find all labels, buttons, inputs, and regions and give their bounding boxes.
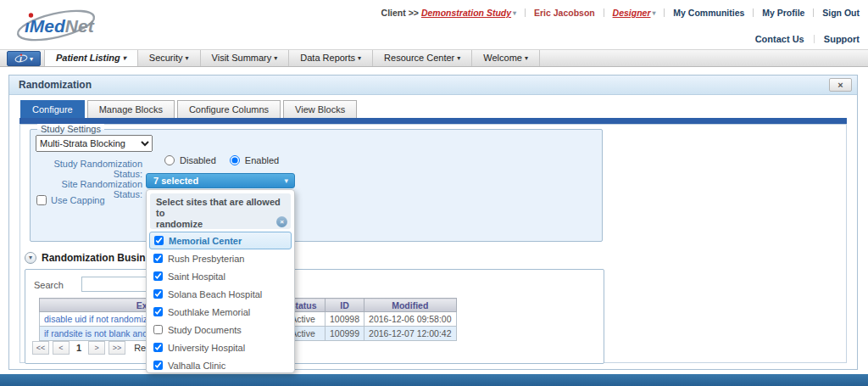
- nav-item-patient-listing[interactable]: Patient Listing▾: [44, 50, 138, 66]
- nav-item-resource-center[interactable]: Resource Center▾: [373, 50, 472, 66]
- logo-red-dot: [29, 13, 33, 17]
- list-item-saint-hospital[interactable]: Saint Hospital: [147, 267, 294, 285]
- tab-manage-blocks[interactable]: Manage Blocks: [87, 100, 175, 118]
- my-communities-link[interactable]: My Communities: [673, 8, 744, 18]
- search-label: Search: [34, 280, 64, 290]
- nav-item-visit-summary[interactable]: Visit Summary▾: [201, 50, 290, 66]
- support-link[interactable]: Support: [824, 34, 860, 44]
- site-dropdown-panel: Select sites that are allowed to randomi…: [146, 189, 295, 373]
- use-capping-row: Use Capping: [36, 195, 105, 205]
- last-page-button[interactable]: >>: [108, 341, 125, 355]
- user-name: Eric Jacobson: [534, 8, 595, 18]
- dropdown-header: Select sites that are allowed to randomi…: [150, 193, 291, 229]
- tab-underline-bar: [19, 118, 847, 124]
- disabled-radio-label: Disabled: [180, 155, 216, 165]
- site-checkbox[interactable]: [153, 361, 163, 370]
- configure-tab-content: Study Settings Multi-Strata Blocking Stu…: [19, 124, 847, 363]
- close-panel-button[interactable]: ×: [829, 78, 852, 92]
- study-randomization-status-label: Study Randomization Status:: [31, 159, 142, 179]
- chevron-down-icon: ▾: [358, 54, 361, 62]
- my-profile-link[interactable]: My Profile: [762, 8, 804, 18]
- tab-view-blocks[interactable]: View Blocks: [283, 100, 357, 118]
- study-randomization-radio-group: Disabled Enabled: [154, 155, 279, 165]
- top-utility-bar: Client >> Demonstration Study▾ Eric Jaco…: [381, 8, 860, 18]
- col-id[interactable]: ID: [326, 299, 364, 312]
- panel-header: Randomization ×: [9, 76, 857, 95]
- close-icon: ×: [837, 80, 843, 90]
- enabled-radio[interactable]: [230, 155, 240, 165]
- site-checkbox[interactable]: [153, 325, 163, 334]
- nav-item-welcome[interactable]: Welcome▾: [472, 50, 540, 66]
- dropdown-value: 7 selected: [153, 174, 198, 188]
- main-nav-bar: ı ▾ Patient Listing▾ Security▾ Visit Sum…: [0, 49, 868, 67]
- dropdown-close-icon[interactable]: ×: [276, 216, 287, 227]
- disabled-radio[interactable]: [164, 155, 175, 165]
- nav-item-security[interactable]: Security▾: [138, 50, 201, 66]
- next-page-button[interactable]: >: [88, 341, 105, 355]
- cell-id: 100999: [326, 327, 364, 341]
- list-item-solana-beach-hospital[interactable]: Solana Beach Hospital: [147, 285, 294, 303]
- prev-page-button[interactable]: <: [53, 341, 70, 355]
- col-modified[interactable]: Modified: [364, 299, 457, 312]
- use-capping-checkbox[interactable]: [36, 195, 47, 205]
- collapse-toggle-icon[interactable]: ▾: [25, 252, 36, 264]
- page-title: Randomization: [19, 76, 92, 95]
- tab-bar: Configure Manage Blocks Configure Column…: [20, 100, 357, 118]
- cell-modified: 2016-12-07 12:00:42: [364, 327, 457, 341]
- business-rules-fieldset: Search Expression Status ID Modified dis…: [25, 269, 604, 364]
- site-checkbox[interactable]: [153, 289, 163, 299]
- fieldset-legend: Study Settings: [37, 124, 104, 135]
- chevron-down-icon: ▾: [123, 54, 126, 62]
- footer-bar: [0, 374, 868, 386]
- chevron-down-icon: ▾: [30, 55, 33, 63]
- chevron-down-icon: ▾: [525, 54, 528, 62]
- list-item-memorial-center[interactable]: Memorial Center: [149, 232, 292, 249]
- first-page-button[interactable]: <<: [32, 341, 49, 355]
- chevron-down-icon: ▾: [284, 174, 288, 188]
- nav-item-data-reports[interactable]: Data Reports▾: [289, 50, 373, 66]
- site-checkbox[interactable]: [153, 343, 163, 352]
- randomization-panel: Randomization × Configure Manage Blocks …: [8, 75, 858, 370]
- cell-modified: 2016-12-06 09:58:00: [364, 312, 457, 327]
- contact-us-link[interactable]: Contact Us: [755, 34, 804, 44]
- mini-logo-icon: ı: [14, 53, 28, 64]
- site-checkbox[interactable]: [153, 307, 163, 316]
- cell-id: 100998: [326, 312, 364, 327]
- app-menu-button[interactable]: ı ▾: [7, 51, 41, 66]
- current-page: 1: [73, 343, 85, 353]
- site-checkbox[interactable]: [154, 236, 164, 245]
- list-item-university-hospital[interactable]: University Hospital: [147, 338, 294, 356]
- imednet-logo: ıMedNet: [12, 3, 105, 51]
- chevron-down-icon: ▾: [513, 9, 516, 17]
- list-item-rush-presbyterian[interactable]: Rush Presbyterian: [147, 249, 294, 267]
- chevron-down-icon: ▾: [274, 54, 277, 62]
- site-randomization-dropdown-button[interactable]: 7 selected ▾: [146, 173, 295, 188]
- study-selector-link[interactable]: Demonstration Study: [421, 8, 511, 18]
- enabled-radio-label: Enabled: [245, 155, 279, 165]
- tab-configure[interactable]: Configure: [20, 100, 85, 118]
- secondary-links: Contact Us Support: [755, 34, 860, 44]
- use-capping-label: Use Capping: [51, 195, 105, 205]
- sign-out-link[interactable]: Sign Out: [822, 8, 860, 18]
- site-checkbox[interactable]: [153, 254, 163, 263]
- tab-configure-columns[interactable]: Configure Columns: [177, 100, 281, 118]
- site-checkbox[interactable]: [153, 271, 163, 281]
- business-rules-title: Randomization Business: [42, 252, 163, 264]
- blocking-mode-select[interactable]: Multi-Strata Blocking: [36, 135, 153, 152]
- svg-text:ıMedNet: ıMedNet: [25, 16, 95, 36]
- client-label: Client >>: [381, 8, 419, 18]
- business-rules-section-header: ▾ Randomization Business: [25, 252, 163, 264]
- role-selector-link[interactable]: Designer: [613, 8, 651, 18]
- list-item-study-documents[interactable]: Study Documents: [147, 321, 294, 338]
- list-item-southlake-memorial[interactable]: Southlake Memorial: [147, 303, 294, 321]
- list-item-valhalla-clinic[interactable]: Valhalla Clinic: [147, 356, 294, 374]
- site-list: Memorial Center Rush Presbyterian Saint …: [147, 232, 294, 374]
- chevron-down-icon: ▾: [457, 54, 460, 62]
- chevron-down-icon: ▾: [186, 54, 189, 62]
- chevron-down-icon: ▾: [653, 9, 656, 17]
- study-settings-fieldset: Study Settings Multi-Strata Blocking Stu…: [30, 129, 603, 242]
